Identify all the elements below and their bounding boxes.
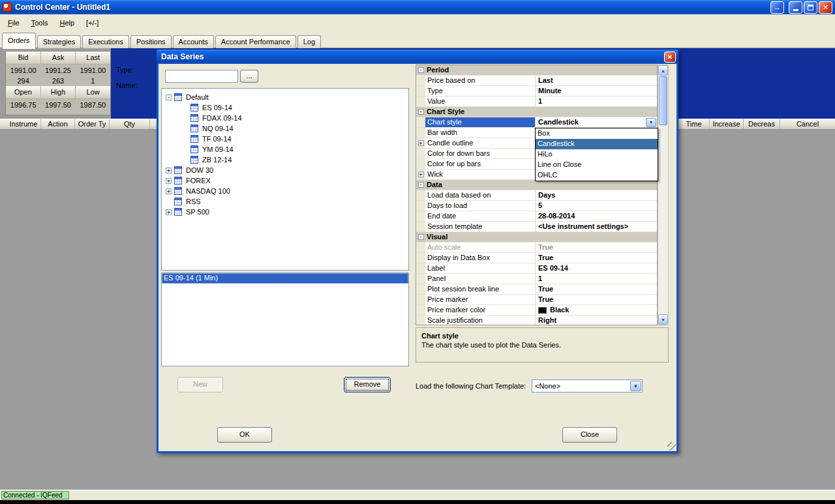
property-name[interactable]: Bar width: [425, 128, 536, 138]
property-value[interactable]: ES 09-14: [536, 263, 657, 273]
property-row-type[interactable]: Type Minute: [416, 86, 657, 96]
property-value[interactable]: Right: [536, 316, 657, 325]
tab-log[interactable]: Log: [297, 35, 321, 48]
property-value[interactable]: 1: [536, 274, 657, 284]
resize-grip[interactable]: [667, 442, 676, 451]
dropdown-option-ohlc[interactable]: OHLC: [536, 170, 658, 181]
property-row-price-marker[interactable]: Price marker True: [416, 295, 657, 305]
maximize-button[interactable]: [804, 1, 817, 14]
tree-item-dow30[interactable]: + DOW 30: [162, 165, 408, 175]
property-name-selected[interactable]: Chart style: [425, 117, 536, 127]
tree-item-zb[interactable]: ZB 12-14: [162, 155, 408, 165]
tab-orders[interactable]: Orders: [2, 33, 36, 48]
instrument-link-button[interactable]: ↔: [770, 1, 784, 14]
dropdown-option-line-on-close[interactable]: Line on Close: [536, 160, 658, 170]
property-row-display-in-data-box[interactable]: Display in Data Box True: [416, 253, 657, 263]
category-period[interactable]: - Period: [416, 65, 657, 76]
property-name[interactable]: Color for up bars: [425, 159, 536, 169]
tab-accounts[interactable]: Accounts: [173, 35, 214, 48]
property-row-panel[interactable]: Panel 1: [416, 274, 657, 284]
property-row-label[interactable]: Label ES 09-14: [416, 263, 657, 274]
menu-file[interactable]: File: [2, 16, 25, 29]
property-name[interactable]: Value: [425, 96, 536, 106]
scrollbar-thumb[interactable]: [659, 76, 667, 125]
category-visual[interactable]: - Visual: [416, 232, 657, 243]
tree-item-label[interactable]: DOW 30: [185, 166, 215, 174]
chart-template-combo[interactable]: <None> ▼: [532, 379, 643, 393]
property-name[interactable]: Display in Data Box: [425, 253, 536, 263]
property-name[interactable]: Price based on: [425, 76, 536, 85]
property-name[interactable]: Color for down bars: [425, 149, 536, 158]
property-row-end-date[interactable]: End date 28-08-2014: [416, 211, 657, 222]
dropdown-option-hilo[interactable]: HiLo: [536, 149, 658, 160]
property-value[interactable]: Minute: [536, 86, 657, 96]
category-data[interactable]: - Data: [416, 180, 657, 190]
tab-positions[interactable]: Positions: [130, 35, 172, 48]
property-row-value[interactable]: Value 1: [416, 96, 657, 107]
tree-item-ym[interactable]: YM 09-14: [162, 144, 408, 155]
tree-item-label[interactable]: TF 09-14: [201, 135, 233, 143]
collapse-icon[interactable]: -: [418, 182, 424, 188]
property-row-price-marker-color[interactable]: Price marker color Black: [416, 305, 657, 316]
collapse-icon[interactable]: -: [166, 95, 172, 100]
tree-item-es[interactable]: ES 09-14: [162, 102, 408, 113]
tree-item-label[interactable]: Default: [185, 93, 210, 101]
property-value[interactable]: 5: [536, 201, 657, 211]
series-item-selected[interactable]: ES 09-14 (1 Min): [162, 273, 408, 284]
property-value[interactable]: Days: [536, 190, 657, 200]
tree-item-rss[interactable]: RSS: [162, 196, 408, 207]
tree-item-nq[interactable]: NQ 09-14: [162, 123, 408, 134]
minimize-button[interactable]: [789, 1, 802, 14]
property-name[interactable]: Type: [425, 86, 536, 96]
collapse-icon[interactable]: -: [418, 109, 424, 115]
dropdown-arrow-icon[interactable]: ▼: [630, 381, 641, 391]
property-name[interactable]: Load data based on: [425, 190, 536, 200]
scroll-down-button[interactable]: ▼: [658, 314, 668, 325]
property-name[interactable]: Plot session break line: [425, 284, 536, 294]
tree-item-nasdaq100[interactable]: + NASDAQ 100: [162, 186, 408, 196]
expand-icon[interactable]: +: [418, 171, 424, 177]
tab-strategies[interactable]: Strategies: [37, 35, 82, 48]
property-row-session-template[interactable]: Session template <Use instrument setting…: [416, 222, 657, 232]
property-name[interactable]: Price marker: [425, 295, 536, 304]
tree-item-label[interactable]: YM 09-14: [201, 145, 235, 153]
expand-icon[interactable]: +: [166, 188, 172, 194]
tree-item-label[interactable]: ZB 12-14: [201, 156, 233, 164]
property-value[interactable]: 28-08-2014: [536, 211, 657, 221]
expand-icon[interactable]: +: [166, 168, 172, 173]
dialog-close-button[interactable]: ✕: [664, 52, 676, 63]
tree-item-label[interactable]: SP 500: [185, 208, 211, 216]
property-value[interactable]: True: [536, 295, 657, 304]
property-value[interactable]: Last: [536, 76, 657, 85]
expand-icon[interactable]: +: [418, 140, 424, 146]
remove-button[interactable]: Remove: [344, 377, 391, 393]
instrument-search-input[interactable]: [165, 70, 238, 83]
property-name[interactable]: Wick: [425, 170, 536, 179]
collapse-icon[interactable]: -: [418, 234, 424, 240]
property-value[interactable]: Black: [536, 305, 657, 315]
tree-item-forex[interactable]: + FOREX: [162, 175, 408, 186]
property-name[interactable]: Panel: [425, 274, 536, 284]
property-value[interactable]: True: [536, 284, 657, 294]
collapse-icon[interactable]: -: [418, 67, 424, 73]
expand-icon[interactable]: +: [166, 178, 172, 184]
property-name[interactable]: Days to load: [425, 201, 536, 211]
tree-item-fdax[interactable]: FDAX 09-14: [162, 113, 408, 123]
property-name[interactable]: End date: [425, 211, 536, 221]
dropdown-arrow-icon[interactable]: ▼: [646, 118, 656, 127]
menu-tools[interactable]: Tools: [25, 16, 54, 29]
property-name[interactable]: Scale justification: [425, 316, 536, 325]
tree-item-label[interactable]: ES 09-14: [201, 104, 234, 111]
dropdown-option-candlestick[interactable]: Candlestick: [536, 139, 658, 149]
property-name[interactable]: Label: [425, 263, 536, 273]
tree-item-default[interactable]: - Default: [162, 92, 408, 102]
new-button[interactable]: New: [177, 377, 223, 393]
tree-item-label[interactable]: RSS: [185, 198, 202, 205]
property-row-scale-justification[interactable]: Scale justification Right: [416, 316, 657, 325]
tree-item-label[interactable]: FDAX 09-14: [201, 114, 243, 122]
property-row-days-to-load[interactable]: Days to load 5: [416, 201, 657, 211]
property-grid-scrollbar[interactable]: ▲ ▼: [658, 65, 669, 325]
property-value[interactable]: 1: [536, 96, 657, 106]
scroll-up-button[interactable]: ▲: [658, 65, 668, 76]
property-name[interactable]: Price marker color: [425, 305, 536, 315]
